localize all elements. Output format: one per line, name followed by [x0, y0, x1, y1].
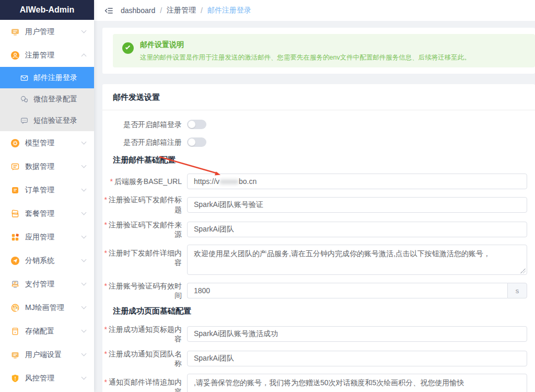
field-label: *注册成功通知页团队名称 — [102, 349, 187, 368]
sidebar-item-label: 模型管理 — [25, 139, 54, 148]
menu-fold-icon[interactable] — [104, 6, 113, 15]
mail-title-row: *注册验证码下发邮件标题 — [102, 195, 527, 214]
chevron-down-icon — [82, 304, 87, 309]
append-content-row: *通知页邮件详情追加内容 ,请妥善保管您的账号，我们将为您赠送50次对话额度和5… — [102, 374, 527, 392]
breadcrumb-item-dashboard[interactable]: dashboard — [121, 6, 155, 15]
required-mark: * — [110, 177, 112, 186]
sidebar-item-client-settings[interactable]: 用户端设置 — [0, 343, 94, 366]
topbar: dashboard / 注册管理 / 邮件注册登录 — [94, 0, 535, 21]
field-label: *后端服务BASE_URL — [102, 177, 187, 186]
sidebar-item-label: 风控管理 — [25, 374, 54, 383]
sidebar-item-user-mgmt[interactable]: 用户管理 — [0, 20, 94, 43]
url-suffix: bo.cn — [239, 177, 257, 186]
required-mark: * — [104, 325, 107, 333]
sidebar-item-label: 数据管理 — [25, 162, 54, 171]
content-area: 邮件设置说明 这里的邮件设置是作用于注册发送的激活邮件、您需要先在服务的env文… — [94, 21, 535, 392]
sidebar-item-risk-mgmt[interactable]: 风控管理 — [0, 366, 94, 390]
field-label: *通知页邮件详情追加内容 — [102, 374, 187, 392]
payment-icon — [10, 280, 20, 289]
success-title-input[interactable] — [187, 326, 527, 342]
chevron-down-icon — [82, 375, 87, 380]
sidebar-item-sms-login[interactable]: 短信验证登录 — [0, 110, 94, 131]
sidebar-item-label: 支付管理 — [25, 280, 54, 289]
sidebar-item-email-register-login[interactable]: 邮件注册登录 — [0, 67, 94, 88]
field-label: 是否开启邮箱登录 — [102, 120, 187, 129]
shield-icon — [10, 374, 20, 383]
sidebar-item-app-mgmt[interactable]: 应用管理 — [0, 225, 94, 249]
chevron-down-icon — [82, 210, 87, 215]
sidebar-item-label: 邮件注册登录 — [33, 73, 77, 83]
check-circle-icon — [122, 42, 134, 54]
chevron-down-icon — [82, 328, 87, 333]
field-label: *注册成功通知页标题内容 — [102, 325, 187, 343]
sidebar-item-storage-config[interactable]: 存储配置 — [0, 319, 94, 343]
sidebar-item-label: MJ绘画管理 — [25, 303, 64, 313]
email-settings-form: 是否开启邮箱登录 是否开启邮箱注册 注册邮件基础配置 *后端服务BASE_URL… — [102, 110, 535, 392]
board-icon — [10, 27, 20, 37]
chevron-down-icon — [82, 28, 87, 33]
alert-card: 邮件设置说明 这里的邮件设置是作用于注册发送的激活邮件、您需要先在服务的env文… — [102, 28, 535, 74]
base-url-input[interactable]: https://v xxxxx bo.cn — [187, 174, 527, 189]
sidebar-item-model-mgmt[interactable]: 模型管理 — [0, 131, 94, 155]
alert-body: 邮件设置说明 这里的邮件设置是作用于注册发送的激活邮件、您需要先在服务的env文… — [140, 39, 471, 62]
palette-icon — [10, 303, 20, 313]
sidebar-item-label: 应用管理 — [25, 233, 54, 242]
sidebar-item-data-mgmt[interactable]: 数据管理 — [0, 155, 94, 178]
success-team-input[interactable] — [187, 351, 527, 366]
sidebar-item-register-mgmt[interactable]: 注册管理 — [0, 43, 94, 67]
email-login-toggle[interactable] — [187, 120, 206, 129]
mail-content-textarea[interactable]: 欢迎使用星火团队的产品服务,请在五分钟内完成你的账号激活,点击以下按钮激活您的账… — [187, 245, 527, 275]
field-label: *注册账号验证码有效时间 — [102, 281, 187, 300]
breadcrumb-item-register-mgmt[interactable]: 注册管理 — [167, 6, 196, 15]
chevron-down-icon — [82, 351, 87, 356]
breadcrumb: dashboard / 注册管理 / 邮件注册登录 — [121, 6, 251, 15]
chevron-down-icon — [82, 281, 87, 286]
sidebar-item-label: 分销系统 — [25, 256, 54, 266]
chevron-down-icon — [82, 163, 87, 168]
resize-grip-icon[interactable] — [520, 268, 526, 273]
card-title: 邮件发送设置 — [102, 84, 535, 110]
sidebar-menu: 用户管理 注册管理 邮件注册登录 微信登录配置 短信验 — [0, 20, 94, 392]
mail-icon — [20, 73, 29, 82]
append-content-textarea[interactable]: ,请妥善保管您的账号，我们将为您赠送50次对话额度和5次绘画积分、祝您使用愉快 — [187, 374, 527, 392]
client-settings-icon — [10, 350, 20, 360]
email-settings-card: 邮件发送设置 是否开启邮箱登录 是否开启邮箱注册 注册邮件基础配置 — [102, 84, 535, 392]
url-censored-blur: xxxxx — [220, 177, 238, 186]
seconds-suffix: s — [507, 283, 527, 298]
sidebar-item-order-mgmt[interactable]: 订单管理 — [0, 178, 94, 202]
chevron-down-icon — [82, 234, 87, 239]
success-alert: 邮件设置说明 这里的邮件设置是作用于注册发送的激活邮件、您需要先在服务的env文… — [113, 34, 535, 67]
data-chat-icon — [10, 162, 20, 171]
alert-description: 这里的邮件设置是作用于注册发送的激活邮件、您需要先在服务的env文件中配置邮件服… — [140, 53, 471, 62]
email-login-row: 是否开启邮箱登录 — [102, 120, 527, 129]
main-area: dashboard / 注册管理 / 邮件注册登录 邮件设置说明 这里的邮件设置… — [94, 0, 535, 392]
field-label: *注册验证码下发邮件标题 — [102, 195, 187, 214]
model-gear-icon — [10, 139, 20, 148]
required-mark: * — [104, 282, 107, 290]
sidebar-item-label: 注册管理 — [25, 51, 54, 60]
apps-grid-icon — [10, 233, 20, 242]
success-team-row: *注册成功通知页团队名称 — [102, 349, 527, 368]
sidebar-item-package-mgmt[interactable]: 套餐管理 — [0, 202, 94, 225]
sidebar-item-wechat-login[interactable]: 微信登录配置 — [0, 88, 94, 110]
sidebar-item-payment-mgmt[interactable]: 支付管理 — [0, 272, 94, 296]
url-prefix: https://v — [194, 177, 219, 186]
sidebar-item-mj-drawing[interactable]: MJ绘画管理 — [0, 296, 94, 319]
sidebar-item-label: 套餐管理 — [25, 209, 54, 218]
chevron-down-icon — [82, 187, 87, 192]
mail-source-input[interactable] — [187, 222, 527, 237]
code-expiry-group: s — [187, 283, 527, 298]
email-register-toggle[interactable] — [187, 137, 206, 147]
storage-icon — [10, 327, 20, 336]
mail-title-input[interactable] — [187, 197, 527, 213]
sidebar-item-distribution[interactable]: 分销系统 — [0, 249, 94, 272]
order-list-icon — [10, 186, 20, 195]
section-title-register-email: 注册邮件基础配置 — [113, 155, 535, 165]
app-logo: AIWeb-Admin — [0, 0, 94, 20]
sidebar-item-label: 用户管理 — [25, 27, 54, 37]
code-expiry-row: *注册账号验证码有效时间 s — [102, 281, 527, 300]
code-expiry-input[interactable] — [187, 283, 507, 298]
toggle-knob — [188, 139, 195, 146]
sidebar-item-label: 短信验证登录 — [33, 116, 77, 125]
field-label: *注册验证码下发邮件来源 — [102, 220, 187, 239]
